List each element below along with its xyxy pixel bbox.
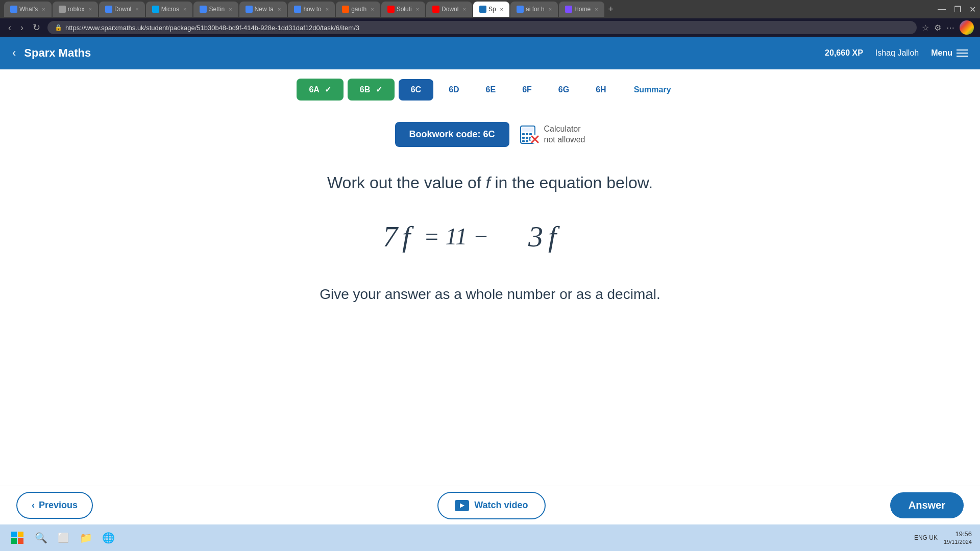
app-logo: Sparx Maths [24,46,91,60]
tab-6e[interactable]: 6E [475,80,507,99]
svg-rect-20 [11,538,17,544]
forward-nav-button[interactable]: › [18,20,26,35]
minimize-button[interactable]: — [938,5,946,14]
tab-roblox[interactable]: roblox × [53,2,98,17]
previous-button[interactable]: ‹ Previous [16,492,93,519]
main-content: Bookwork code: 6C [0,101,980,319]
tab-6d[interactable]: 6D [437,80,470,99]
tab-6b[interactable]: 6B ✓ [348,79,395,101]
question-text: Work out the value of f in the equation … [260,171,720,194]
svg-text:f: f [402,220,414,253]
equation-svg: 7 f = 11 − 3 f [383,215,597,256]
svg-rect-9 [526,140,528,142]
video-camera-icon: ▶ [455,500,469,511]
back-button[interactable]: ‹ [12,46,16,60]
reload-button[interactable]: ↻ [31,20,42,35]
taskbar: 🔍 ⬜ 📁 🌐 ENG UK 19:56 19/11/2024 [0,524,980,551]
tab-soluti[interactable]: Soluti × [381,2,425,17]
new-tab-button[interactable]: + [608,4,614,15]
calculator-icon [520,125,539,144]
svg-text:= 11 −: = 11 − [424,223,489,249]
restore-button[interactable]: ❐ [954,5,961,14]
more-button[interactable]: ⋯ [946,23,954,33]
browser-tab-bar: What's × roblox × Downl × Micros × Setti… [0,0,980,18]
tab-micros[interactable]: Micros × [146,2,193,17]
xp-display: 20,660 XP [825,48,863,58]
menu-button[interactable]: Menu [931,48,968,58]
search-button[interactable]: 🔍 [33,530,49,546]
clock: 19:56 19/11/2024 [944,530,972,545]
tab-home[interactable]: Home × [559,2,604,17]
bookwork-code: Bookwork code: 6C [395,122,509,147]
url-text: https://www.sparxmaths.uk/student/packag… [65,24,359,32]
file-explorer-button[interactable]: 📁 [78,530,94,546]
svg-rect-21 [18,538,23,544]
watch-video-button[interactable]: ▶ Watch video [437,492,545,519]
answer-button[interactable]: Answer [890,492,964,518]
bookwork-row: Bookwork code: 6C [395,122,585,147]
address-bar: ‹ › ↻ 🔒 https://www.sparxmaths.uk/studen… [0,18,980,37]
taskview-button[interactable]: ⬜ [55,530,71,546]
tab-summary[interactable]: Summary [622,79,683,101]
calculator-label: Calculatornot allowed [544,124,585,145]
tab-aifor[interactable]: ai for h × [510,2,558,17]
svg-rect-19 [18,532,23,537]
tab-6c[interactable]: 6C [399,79,433,101]
content-area: 6A ✓ 6B ✓ 6C 6D 6E 6F 6G 6H [0,69,980,551]
extensions-button[interactable]: ⚙ [934,23,941,33]
bottom-bar: ‹ Previous ▶ Watch video Answer [0,486,980,524]
question-area: Work out the value of f in the equation … [260,171,720,303]
tab-downl1[interactable]: Downl × [99,2,145,17]
answer-hint: Give your answer as a whole number or as… [260,286,720,303]
tab-settin[interactable]: Settin × [193,2,238,17]
tab-sparx[interactable]: Sp × [473,2,509,17]
app-header: ‹ Sparx Maths 20,660 XP Ishaq Jalloh Men… [0,37,980,69]
calculator-badge: Calculatornot allowed [520,124,585,145]
close-button[interactable]: ✕ [969,5,976,14]
search-icon: 🔍 [35,532,47,544]
edge-icon: 🌐 [102,532,115,544]
user-name: Ishaq Jalloh [875,48,919,58]
tab-gauth[interactable]: gauth × [336,2,380,17]
svg-rect-5 [522,137,525,139]
svg-rect-1 [522,128,533,132]
svg-rect-6 [526,137,528,139]
tab-6a[interactable]: 6A ✓ [297,79,343,101]
tab-howto[interactable]: how to × [288,2,335,17]
tab-6g[interactable]: 6G [547,80,580,99]
url-input[interactable]: 🔒 https://www.sparxmaths.uk/student/pack… [47,21,917,34]
tab-whats[interactable]: What's × [4,2,52,17]
profile-icon[interactable] [960,20,974,35]
tab-6f[interactable]: 6F [511,80,543,99]
hamburger-icon [957,49,968,57]
svg-rect-8 [522,140,525,142]
back-nav-button[interactable]: ‹ [6,20,13,35]
tab-downl2[interactable]: Downl × [426,2,472,17]
task-tabs: 6A ✓ 6B ✓ 6C 6D 6E 6F 6G 6H [0,69,980,101]
check-6b: ✓ [376,85,382,94]
bookmark-button[interactable]: ☆ [922,23,929,33]
tab-6h[interactable]: 6H [584,80,617,99]
windows-icon [11,532,23,544]
start-button[interactable] [8,529,27,547]
language-indicator: ENG UK [914,534,938,541]
tab-newta[interactable]: New ta × [239,2,287,17]
svg-text:7: 7 [383,220,399,253]
svg-rect-18 [11,532,17,537]
svg-rect-3 [526,133,528,135]
equation-display: 7 f = 11 − 3 f [260,215,720,262]
svg-rect-4 [529,133,532,135]
svg-text:3: 3 [528,220,543,253]
taskview-icon: ⬜ [58,532,69,543]
svg-rect-2 [522,133,525,135]
prev-arrow-icon: ‹ [32,500,35,511]
check-6a: ✓ [325,85,331,94]
svg-text:f: f [548,220,560,253]
edge-button[interactable]: 🌐 [100,530,116,546]
folder-icon: 📁 [80,532,92,544]
